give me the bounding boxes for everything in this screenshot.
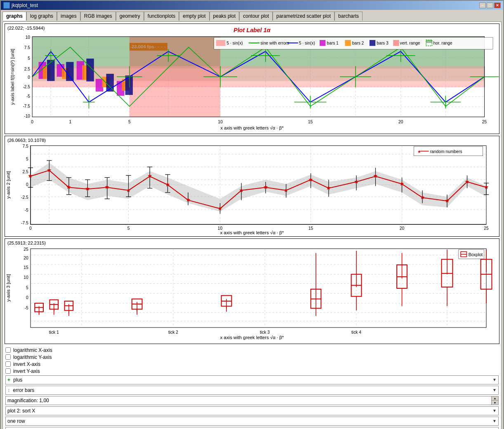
svg-text:random numbers: random numbers [430,149,462,154]
invertx-checkbox[interactable] [5,361,11,367]
sortx-dropdown-label: plot 2: sort X [7,408,35,414]
svg-text:-2.5: -2.5 [23,85,30,89]
minimize-button[interactable]: ─ [479,2,486,8]
svg-text:5: 5 [128,120,131,124]
logy-checkbox[interactable] [5,354,11,360]
plot3-svg: 25 20 15 10 5 0 -5 y-axis 3 [unit] tick … [5,239,499,344]
content-area: graphs log graphs images RGB images geom… [1,10,503,429]
tab-geometry[interactable]: geometry [116,12,144,21]
svg-text:★: ★ [308,176,313,183]
plot1-coord: (22.022; -15.5944) [7,26,45,31]
magnification-input: magnification: 1,00 [5,396,491,405]
legend-dropdown[interactable]: ▣ inside, top-right ▼ [5,427,499,429]
svg-text:x axis with greek letters √α ·: x axis with greek letters √α · β* [220,230,284,235]
svg-text:bars 1: bars 1 [327,41,339,45]
svg-text:20: 20 [400,226,405,231]
svg-text:2.5: 2.5 [24,67,31,71]
tab-peaks-plot[interactable]: peaks plot [210,12,240,21]
logx-checkbox[interactable] [5,347,11,353]
svg-text:-10: -10 [24,114,30,118]
svg-rect-92 [345,40,351,46]
svg-text:10: 10 [218,120,223,124]
tab-contour-plot[interactable]: contour plot [239,12,273,21]
svg-text:-5: -5 [25,208,28,212]
svg-text:5: 5 [28,56,30,61]
magnification-up[interactable]: ▲ [492,396,498,401]
inverty-checkbox[interactable] [5,368,11,374]
svg-text:5: 5 [26,157,28,162]
svg-text:15: 15 [24,265,28,270]
svg-text:★: ★ [126,187,131,193]
onerow-dropdown[interactable]: one row ▼ [5,417,499,426]
svg-text:★: ★ [239,187,244,193]
svg-text:-5: -5 [26,94,30,99]
svg-text:7.5: 7.5 [24,45,31,50]
svg-text:★: ★ [445,198,450,204]
svg-text:hor. range: hor. range [433,41,452,45]
svg-text:0: 0 [26,183,28,187]
maximize-button[interactable]: □ [487,2,493,8]
plot2-svg: ★ ★ ★ ★ ★ ★ ★ ★ ★ ★ ★ ★ ★ [5,136,499,236]
plot3-coord: (25.5913; 22.2315) [7,240,46,245]
checkbox-row-inverty: invert Y-axis [5,368,499,374]
svg-text:Boxplot: Boxplot [469,252,483,257]
plot-3[interactable]: (25.5913; 22.2315) [5,238,499,344]
svg-text:★: ★ [420,194,425,201]
tab-barcharts[interactable]: barcharts [334,12,363,21]
svg-text:★: ★ [186,197,191,203]
title-bar-buttons: ─ □ ✕ [479,2,501,8]
svg-text:5 · sin(x): 5 · sin(x) [299,41,315,45]
window-title: jkqtplot_test [12,2,38,8]
tab-functionplots[interactable]: functionplots [144,12,179,21]
svg-text:★: ★ [28,173,33,179]
tab-images[interactable]: images [57,12,80,21]
plot-1[interactable]: (22.022; -15.5944) Plot Label 1α 23.004 … [5,24,499,134]
svg-text:1: 1 [69,120,72,124]
tab-empty-plot[interactable]: empty plot [179,12,209,21]
logx-label: logarithmic X-axis [13,347,52,353]
svg-text:5: 5 [127,226,130,231]
sortx-dropdown[interactable]: plot 2: sort X ▼ [5,406,499,415]
svg-text:bars 3: bars 3 [377,41,389,45]
svg-text:0: 0 [26,295,28,299]
svg-text:0: 0 [28,75,30,80]
svg-text:-5: -5 [25,305,28,310]
svg-text:y-axis label f(t)=sin(t²) [uni: y-axis label f(t)=sin(t²) [unit] [10,49,15,105]
errorbars-dropdown-arrow: ▼ [492,388,497,392]
svg-text:15: 15 [308,120,313,124]
close-button[interactable]: ✕ [494,2,501,8]
svg-rect-90 [320,40,325,46]
onerow-dropdown-arrow: ▼ [492,419,497,423]
main-window: jkqtplot_test ─ □ ✕ graphs log graphs im… [0,0,504,429]
svg-rect-201 [31,248,486,327]
svg-text:★: ★ [165,182,170,188]
tab-log-graphs[interactable]: log graphs [26,12,57,21]
tab-graphs[interactable]: graphs [2,12,26,21]
plus-dropdown[interactable]: + plus ▼ [5,375,499,384]
invertx-label: invert X-axis [13,361,40,367]
svg-rect-96 [393,40,399,46]
errorbars-dropdown[interactable]: ↕ error bars ▼ [5,386,499,395]
tab-parametrized-scatter[interactable]: parametrized scatter plot [273,12,334,21]
checkbox-row-logy: logarithmic Y-axis [5,354,499,360]
svg-text:tick 2: tick 2 [168,330,178,335]
svg-text:x axis with greek letters √α ·: x axis with greek letters √α · β* [220,335,284,339]
svg-text:★: ★ [147,173,153,179]
plot-2[interactable]: (26.0663; 10.1078) [5,136,499,236]
app-icon [3,2,10,9]
magnification-down[interactable]: ▼ [492,401,498,405]
plot1-svg: Plot Label 1α 23.004 fps [5,24,499,134]
svg-text:★: ★ [354,178,359,185]
svg-text:-7.5: -7.5 [21,221,28,225]
svg-text:-7.5: -7.5 [23,104,30,108]
svg-text:y-axis 2 [unit]: y-axis 2 [unit] [6,171,11,199]
svg-text:20: 20 [398,120,403,124]
tab-rgb-images[interactable]: RGB images [80,12,116,21]
magnification-spinbuttons: ▲ ▼ [491,396,499,405]
tab-bar: graphs log graphs images RGB images geom… [2,12,502,21]
svg-text:★: ★ [85,186,90,192]
svg-text:tick 3: tick 3 [260,330,270,335]
svg-text:25: 25 [484,226,489,231]
svg-text:5: 5 [26,285,28,290]
plus-dropdown-arrow: ▼ [492,377,497,382]
